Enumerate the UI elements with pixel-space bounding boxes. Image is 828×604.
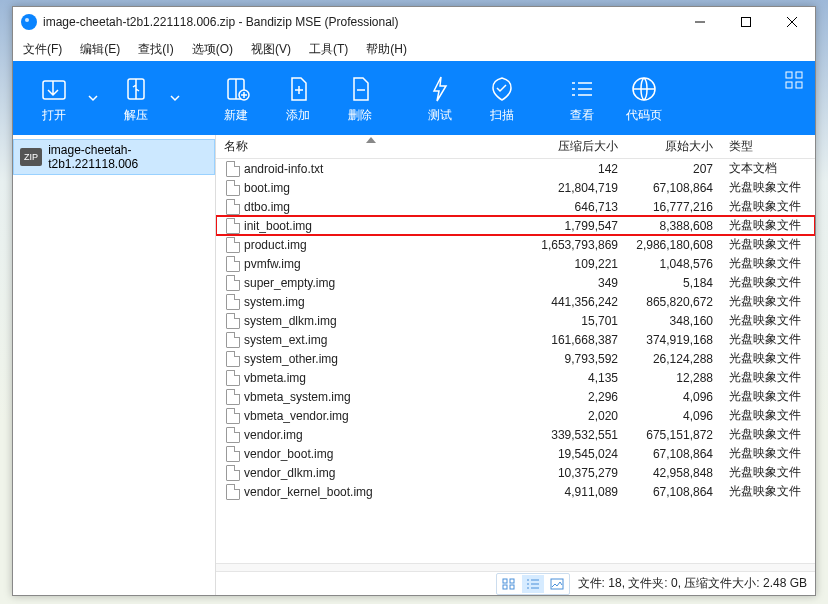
- table-row[interactable]: init_boot.img1,799,5478,388,608光盘映象文件: [216, 216, 815, 235]
- file-original-size: 5,184: [626, 276, 721, 290]
- extract-dropdown[interactable]: [163, 61, 187, 135]
- table-row[interactable]: product.img1,653,793,8692,986,180,608光盘映…: [216, 235, 815, 254]
- toolbar-add[interactable]: 添加: [267, 61, 329, 135]
- folder-tree[interactable]: ZIP image-cheetah-t2b1.221118.006: [13, 135, 216, 595]
- tree-item-label: image-cheetah-t2b1.221118.006: [48, 143, 208, 171]
- svg-rect-1: [43, 81, 65, 99]
- view-mode-preview[interactable]: [546, 575, 568, 593]
- file-type: 光盘映象文件: [721, 312, 811, 329]
- table-row[interactable]: super_empty.img3495,184光盘映象文件: [216, 273, 815, 292]
- menu-help[interactable]: 帮助(H): [366, 41, 407, 58]
- open-dropdown[interactable]: [81, 61, 105, 135]
- app-icon: [21, 14, 37, 30]
- minimize-button[interactable]: [677, 7, 723, 37]
- file-icon: [226, 389, 240, 405]
- delete-icon: [344, 73, 376, 105]
- file-type: 光盘映象文件: [721, 331, 811, 348]
- file-name: android-info.txt: [244, 162, 323, 176]
- table-row[interactable]: system_dlkm.img15,701348,160光盘映象文件: [216, 311, 815, 330]
- toolbar: 打开 解压 新建 添加 删除 测试 扫描: [13, 61, 815, 135]
- maximize-button[interactable]: [723, 7, 769, 37]
- file-compressed-size: 4,911,089: [531, 485, 626, 499]
- title-bar[interactable]: image-cheetah-t2b1.221118.006.zip - Band…: [13, 7, 815, 37]
- svg-rect-9: [796, 82, 802, 88]
- file-icon: [226, 256, 240, 272]
- toolbar-codepage[interactable]: 代码页: [613, 61, 675, 135]
- menu-view[interactable]: 视图(V): [251, 41, 291, 58]
- menu-edit[interactable]: 编辑(E): [80, 41, 120, 58]
- file-original-size: 67,108,864: [626, 181, 721, 195]
- svg-rect-13: [510, 585, 514, 589]
- file-original-size: 675,151,872: [626, 428, 721, 442]
- table-row[interactable]: vbmeta.img4,13512,288光盘映象文件: [216, 368, 815, 387]
- toolbar-delete[interactable]: 删除: [329, 61, 391, 135]
- file-name: dtbo.img: [244, 200, 290, 214]
- toolbar-new[interactable]: 新建: [205, 61, 267, 135]
- file-type: 光盘映象文件: [721, 483, 811, 500]
- toolbar-scan[interactable]: 扫描: [471, 61, 533, 135]
- file-name: vbmeta_vendor.img: [244, 409, 349, 423]
- svg-rect-12: [503, 585, 507, 589]
- file-icon: [226, 332, 240, 348]
- open-icon: [38, 73, 70, 105]
- file-compressed-size: 2,020: [531, 409, 626, 423]
- file-original-size: 4,096: [626, 390, 721, 404]
- file-name: vendor_dlkm.img: [244, 466, 335, 480]
- file-original-size: 16,777,216: [626, 200, 721, 214]
- file-icon: [226, 370, 240, 386]
- file-compressed-size: 4,135: [531, 371, 626, 385]
- table-row[interactable]: system.img441,356,242865,820,672光盘映象文件: [216, 292, 815, 311]
- file-compressed-size: 646,713: [531, 200, 626, 214]
- file-original-size: 12,288: [626, 371, 721, 385]
- menu-tools[interactable]: 工具(T): [309, 41, 348, 58]
- col-type[interactable]: 类型: [721, 138, 811, 155]
- table-row[interactable]: vbmeta_vendor.img2,0204,096光盘映象文件: [216, 406, 815, 425]
- col-compressed[interactable]: 压缩后大小: [531, 138, 626, 155]
- file-name: pvmfw.img: [244, 257, 301, 271]
- toolbar-open[interactable]: 打开: [23, 61, 85, 135]
- file-icon: [226, 313, 240, 329]
- table-row[interactable]: pvmfw.img109,2211,048,576光盘映象文件: [216, 254, 815, 273]
- file-compressed-size: 109,221: [531, 257, 626, 271]
- file-compressed-size: 9,793,592: [531, 352, 626, 366]
- table-row[interactable]: system_other.img9,793,59226,124,288光盘映象文…: [216, 349, 815, 368]
- table-row[interactable]: vendor_kernel_boot.img4,911,08967,108,86…: [216, 482, 815, 501]
- file-compressed-size: 1,799,547: [531, 219, 626, 233]
- table-row[interactable]: vendor.img339,532,551675,151,872光盘映象文件: [216, 425, 815, 444]
- file-type: 光盘映象文件: [721, 464, 811, 481]
- svg-rect-10: [503, 579, 507, 583]
- table-row[interactable]: vbmeta_system.img2,2964,096光盘映象文件: [216, 387, 815, 406]
- table-row[interactable]: system_ext.img161,668,387374,919,168光盘映象…: [216, 330, 815, 349]
- table-row[interactable]: dtbo.img646,71316,777,216光盘映象文件: [216, 197, 815, 216]
- close-button[interactable]: [769, 7, 815, 37]
- file-name: product.img: [244, 238, 307, 252]
- col-original[interactable]: 原始大小: [626, 138, 721, 155]
- table-row[interactable]: boot.img21,804,71967,108,864光盘映象文件: [216, 178, 815, 197]
- file-compressed-size: 1,653,793,869: [531, 238, 626, 252]
- view-mode-icons[interactable]: [498, 575, 520, 593]
- menu-file[interactable]: 文件(F): [23, 41, 62, 58]
- table-row[interactable]: android-info.txt142207文本文档: [216, 159, 815, 178]
- file-name: init_boot.img: [244, 219, 312, 233]
- app-window: image-cheetah-t2b1.221118.006.zip - Band…: [12, 6, 816, 596]
- toolbar-extract[interactable]: 解压: [105, 61, 167, 135]
- file-icon: [226, 446, 240, 462]
- file-name: system_dlkm.img: [244, 314, 337, 328]
- file-type: 光盘映象文件: [721, 388, 811, 405]
- file-compressed-size: 15,701: [531, 314, 626, 328]
- table-row[interactable]: vendor_dlkm.img10,375,27942,958,848光盘映象文…: [216, 463, 815, 482]
- file-type: 光盘映象文件: [721, 350, 811, 367]
- view-mode-details[interactable]: [522, 575, 544, 593]
- tree-root-item[interactable]: ZIP image-cheetah-t2b1.221118.006: [13, 139, 215, 175]
- file-compressed-size: 2,296: [531, 390, 626, 404]
- layout-toggle-icon[interactable]: [785, 71, 803, 92]
- status-bar: 文件: 18, 文件夹: 0, 压缩文件大小: 2.48 GB: [216, 571, 815, 595]
- menu-find[interactable]: 查找(I): [138, 41, 173, 58]
- toolbar-view[interactable]: 查看: [551, 61, 613, 135]
- menu-options[interactable]: 选项(O): [192, 41, 233, 58]
- zip-icon: ZIP: [20, 148, 42, 166]
- toolbar-test[interactable]: 测试: [409, 61, 471, 135]
- file-original-size: 1,048,576: [626, 257, 721, 271]
- file-original-size: 348,160: [626, 314, 721, 328]
- table-row[interactable]: vendor_boot.img19,545,02467,108,864光盘映象文…: [216, 444, 815, 463]
